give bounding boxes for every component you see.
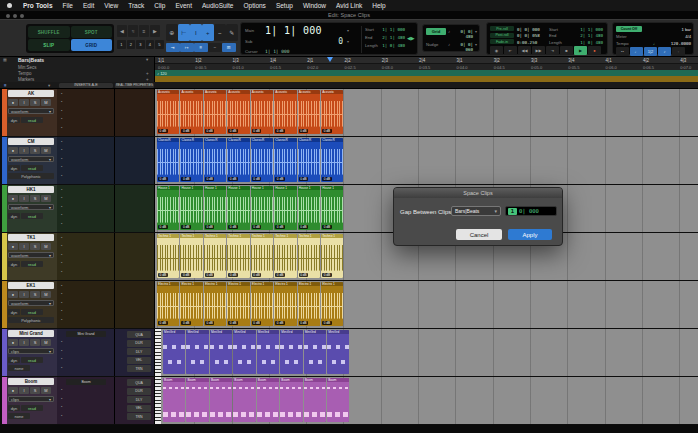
nudge-value[interactable]: 0| 0| 060 [453, 42, 473, 52]
solo-button[interactable]: S [30, 339, 40, 346]
grid-dropdown-icon[interactable]: ▾ [475, 29, 477, 34]
clip-gain-badge[interactable]: 0 dB [252, 321, 262, 325]
midi-merge-button[interactable]: •• [616, 47, 629, 56]
grabber-tool[interactable]: + [202, 24, 214, 41]
audio-clip[interactable]: Techno 10 dB [227, 234, 249, 278]
midi-clip[interactable]: Boom [304, 378, 326, 422]
clip-gain-badge[interactable]: 0 dB [181, 273, 191, 277]
solo-button[interactable]: S [30, 147, 40, 154]
dialog-title[interactable]: Space Clips [394, 188, 562, 198]
automation-dyn-button[interactable]: dyn [8, 261, 20, 267]
mute-button[interactable]: M [41, 99, 51, 106]
audio-clip[interactable]: House 10 dB [274, 186, 296, 230]
track-lane[interactable]: Electro 10 dBElectro 10 dBElectro 10 dBE… [155, 281, 698, 328]
rtp-dly-button[interactable]: DLY [127, 348, 151, 355]
clip-gain-badge[interactable]: 0 dB [252, 129, 262, 133]
track-name[interactable]: TK1 [8, 234, 54, 241]
gap-value-field[interactable]: 1 0| 000 [505, 206, 557, 216]
mute-button[interactable]: M [41, 387, 51, 394]
clip-gain-badge[interactable]: 0 dB [275, 321, 285, 325]
play-button[interactable]: ▶ [574, 46, 587, 55]
audio-clip[interactable]: House 10 dB [321, 186, 343, 230]
clip-gain-badge[interactable]: 0 dB [205, 177, 215, 181]
meter-value[interactable]: 4/4 [665, 34, 691, 39]
input-monitor-button[interactable]: I [19, 243, 29, 250]
return-to-zero-button[interactable]: ⇤ [504, 46, 517, 55]
insert-slot-bullet[interactable]: • [61, 195, 62, 200]
insert-slot-bullet[interactable]: • [61, 212, 62, 217]
fade-in-value[interactable]: 0:00.250 [517, 40, 543, 45]
track-extra-selector[interactable]: Polyphonic [8, 173, 54, 179]
audio-clip[interactable]: Techno 10 dB [251, 234, 273, 278]
sub-counter-value[interactable]: 0 [299, 37, 343, 46]
rewind-button[interactable]: ◀◀ [518, 46, 531, 55]
track-lane[interactable]: MiniGrdMiniGrdMiniGrdMiniGrdMiniGrdMiniG… [155, 329, 698, 376]
selector-tool[interactable]: I [190, 24, 202, 41]
audio-clip[interactable]: Electro 10 dB [227, 282, 249, 326]
audio-clip[interactable]: Acoustic0 dB [298, 90, 320, 134]
automation-mode-button[interactable]: read [21, 213, 43, 219]
link-icon[interactable]: ≡ [4, 83, 7, 88]
clip-gain-badge[interactable]: 0 dB [205, 321, 215, 325]
marker-add-button[interactable]: + [146, 77, 149, 82]
audio-clip[interactable]: House 10 dB [298, 186, 320, 230]
transport-start-value[interactable]: 1| 1| 000 [571, 27, 603, 32]
zoom-out-arrow[interactable]: ◀ [117, 25, 127, 37]
midi-clip[interactable]: Boom [233, 378, 255, 422]
audio-zoom-icon[interactable]: ≈ [128, 25, 138, 37]
mute-button[interactable]: M [41, 291, 51, 298]
scrubber-tool[interactable]: ~ [214, 24, 226, 41]
grid-value-label[interactable]: Grid [426, 28, 446, 35]
audio-clip[interactable]: Electro 10 dB [274, 282, 296, 326]
inserts-header[interactable]: INSERTS A-E [59, 83, 113, 88]
bars-beats-dropdown-icon[interactable]: ▾ [146, 57, 148, 62]
insert-slot-bullet[interactable]: • [61, 365, 62, 370]
insert-slot-bullet[interactable]: • [61, 396, 62, 401]
transport-length-value[interactable]: 1| 0| 480 [571, 40, 603, 45]
clip-gain-badge[interactable]: 0 dB [299, 321, 309, 325]
midi-clip[interactable]: MiniGrd [257, 330, 279, 374]
zoom-preset-3-button[interactable]: 3 [136, 40, 145, 49]
track-view-selector[interactable]: waveform▾ [8, 156, 54, 162]
insert-slot-bullet[interactable]: • [61, 243, 62, 248]
insert-slot-bullet[interactable]: • [61, 348, 62, 353]
clip-gain-badge[interactable]: 0 dB [228, 225, 238, 229]
clip-gain-badge[interactable]: 0 dB [158, 273, 168, 277]
input-monitor-button[interactable]: I [19, 387, 29, 394]
insert-slot-bullet[interactable]: • [61, 187, 62, 192]
audio-clip[interactable]: ClassicR0 dB [251, 138, 273, 182]
menu-item-view[interactable]: View [99, 2, 123, 9]
audio-clip[interactable]: Techno 10 dB [321, 234, 343, 278]
menu-item-track[interactable]: Track [123, 2, 149, 9]
automation-dyn-button[interactable]: dyn [8, 213, 20, 219]
clip-gain-badge[interactable]: 0 dB [228, 321, 238, 325]
clip-gain-badge[interactable]: 0 dB [205, 225, 215, 229]
insert-slot-bullet[interactable]: • [61, 164, 62, 169]
pre-roll-label[interactable]: Pre-roll [490, 26, 514, 31]
audio-clip[interactable]: House 10 dB [251, 186, 273, 230]
main-counter-value[interactable]: 1| 1| 000 [265, 25, 322, 36]
insert-slot-bullet[interactable]: • [61, 260, 62, 265]
audio-clip[interactable]: Techno 10 dB [274, 234, 296, 278]
mute-button[interactable]: M [41, 147, 51, 154]
insert-slot-bullet[interactable]: • [61, 413, 62, 418]
mode-spot-button[interactable]: SPOT [71, 26, 113, 38]
nudge-dropdown-icon[interactable]: ▾ [475, 42, 477, 47]
gap-value-selected-segment[interactable]: 1 [508, 208, 517, 215]
midi-clip[interactable]: Boom [280, 378, 302, 422]
track-name[interactable]: HK1 [8, 186, 54, 193]
clip-gain-badge[interactable]: 0 dB [299, 273, 309, 277]
track-name[interactable]: Mini Grand [8, 330, 54, 337]
pre-post-roll-arrows-icon[interactable]: ◀▶ [407, 35, 415, 41]
insert-slot-bullet[interactable]: • [61, 356, 62, 361]
audio-clip[interactable]: Electro 10 dB [157, 282, 179, 326]
clip-gain-badge[interactable]: 0 dB [275, 273, 285, 277]
rtp-trn-button[interactable]: TRN [127, 413, 151, 420]
main-counter-dropdown-icon[interactable]: ▾ [347, 28, 349, 33]
clip-gain-badge[interactable]: 0 dB [322, 129, 332, 133]
track-view-selector[interactable]: waveform▾ [8, 252, 54, 258]
mirrored-midi-editing-toggle[interactable]: ⊞ [222, 43, 236, 52]
audio-clip[interactable]: Techno 10 dB [180, 234, 202, 278]
rtp-dur-button[interactable]: DUR [127, 340, 151, 347]
solo-button[interactable]: S [30, 195, 40, 202]
